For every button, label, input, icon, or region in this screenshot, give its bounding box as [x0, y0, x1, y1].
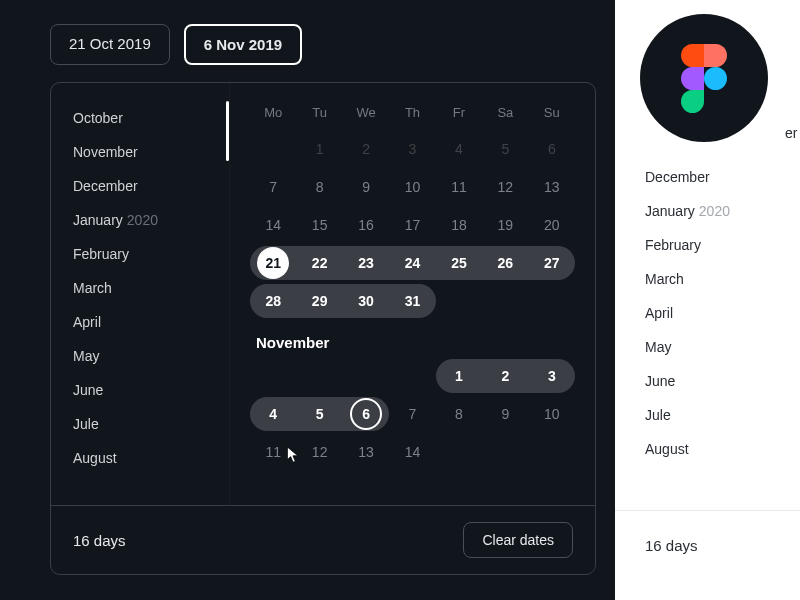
weekday-label: Su — [529, 101, 575, 124]
calendar-day[interactable]: 13 — [343, 435, 389, 469]
calendar-area: MoTuWeThFrSaSu 1234567891011121314151617… — [229, 83, 595, 505]
weekday-header: MoTuWeThFrSaSu — [250, 101, 575, 124]
light-month-item[interactable]: May — [645, 330, 730, 364]
month-list-item[interactable]: April — [73, 305, 229, 339]
month-list-item[interactable]: February — [73, 237, 229, 271]
calendar-day[interactable]: 5 — [482, 132, 528, 166]
calendar-day[interactable]: 4 — [436, 132, 482, 166]
calendar-day[interactable]: 31 — [389, 284, 435, 318]
light-theme-preview: er DecemberJanuary2020FebruaryMarchApril… — [615, 0, 800, 600]
calendar-day[interactable]: 8 — [296, 170, 342, 204]
month-list-item[interactable]: May — [73, 339, 229, 373]
weekday-label: Sa — [482, 101, 528, 124]
light-days-count: 16 days — [645, 537, 698, 554]
calendar-day[interactable]: 26 — [482, 246, 528, 280]
calendar-day[interactable]: 16 — [343, 208, 389, 242]
calendar-day[interactable]: 10 — [529, 397, 575, 431]
calendar-day[interactable]: 4 — [250, 397, 296, 431]
svg-point-0 — [704, 67, 727, 90]
calendar-day[interactable]: 9 — [343, 170, 389, 204]
light-month-item[interactable]: April — [645, 296, 730, 330]
calendar-day[interactable]: 25 — [436, 246, 482, 280]
date-picker-popover: OctoberNovemberDecemberJanuary2020Februa… — [50, 82, 596, 575]
calendar-day[interactable]: 20 — [529, 208, 575, 242]
light-month-item[interactable]: February — [645, 228, 730, 262]
calendar-day[interactable]: 17 — [389, 208, 435, 242]
light-month-item[interactable]: August — [645, 432, 730, 466]
november-grid: 1234567891011121314 — [250, 359, 575, 469]
month-list-item[interactable]: March — [73, 271, 229, 305]
clear-dates-button[interactable]: Clear dates — [463, 522, 573, 558]
weekday-label: We — [343, 101, 389, 124]
calendar-day[interactable]: 8 — [436, 397, 482, 431]
calendar-day[interactable]: 22 — [296, 246, 342, 280]
calendar-day[interactable]: 11 — [250, 435, 296, 469]
light-month-list: DecemberJanuary2020FebruaryMarchAprilMay… — [645, 160, 730, 466]
light-month-item[interactable]: December — [645, 160, 730, 194]
calendar-day[interactable]: 1 — [296, 132, 342, 166]
calendar-day[interactable]: 24 — [389, 246, 435, 280]
calendar-day[interactable]: 2 — [343, 132, 389, 166]
date-range-inputs: 21 Oct 2019 6 Nov 2019 — [0, 0, 615, 65]
calendar-day[interactable]: 14 — [250, 208, 296, 242]
calendar-day[interactable]: 6 — [529, 132, 575, 166]
calendar-day[interactable]: 15 — [296, 208, 342, 242]
month-list-item[interactable]: January2020 — [73, 203, 229, 237]
calendar-day[interactable]: 28 — [250, 284, 296, 318]
light-month-item[interactable]: January2020 — [645, 194, 730, 228]
calendar-day[interactable]: 18 — [436, 208, 482, 242]
october-grid: 1234567891011121314151617181920212223242… — [250, 132, 575, 318]
month-list-item[interactable]: December — [73, 169, 229, 203]
month-list-item[interactable]: November — [73, 135, 229, 169]
calendar-day[interactable]: 7 — [250, 170, 296, 204]
month-list-item[interactable]: Jule — [73, 407, 229, 441]
calendar-day[interactable]: 19 — [482, 208, 528, 242]
date-to-input[interactable]: 6 Nov 2019 — [184, 24, 302, 65]
weekday-label: Tu — [296, 101, 342, 124]
weekday-label: Fr — [436, 101, 482, 124]
calendar-day[interactable]: 14 — [389, 435, 435, 469]
light-list-peek: er — [785, 125, 797, 141]
calendar-day[interactable]: 12 — [296, 435, 342, 469]
figma-icon — [681, 44, 727, 113]
calendar-day[interactable]: 7 — [389, 397, 435, 431]
calendar-day[interactable]: 2 — [482, 359, 528, 393]
calendar-day[interactable]: 1 — [436, 359, 482, 393]
weekday-label: Th — [389, 101, 435, 124]
month-list-item[interactable]: October — [73, 101, 229, 135]
month-scroll-list[interactable]: OctoberNovemberDecemberJanuary2020Februa… — [51, 83, 229, 505]
figma-badge — [640, 14, 768, 142]
light-month-item[interactable]: March — [645, 262, 730, 296]
dark-theme-panel: 21 Oct 2019 6 Nov 2019 OctoberNovemberDe… — [0, 0, 615, 600]
calendar-day[interactable]: 3 — [389, 132, 435, 166]
calendar-day[interactable]: 13 — [529, 170, 575, 204]
calendar-day[interactable]: 23 — [343, 246, 389, 280]
calendar-day[interactable]: 3 — [529, 359, 575, 393]
calendar-day[interactable]: 27 — [529, 246, 575, 280]
date-from-input[interactable]: 21 Oct 2019 — [50, 24, 170, 65]
light-month-item[interactable]: Jule — [645, 398, 730, 432]
calendar-day[interactable]: 30 — [343, 284, 389, 318]
calendar-day[interactable]: 12 — [482, 170, 528, 204]
month-list-item[interactable]: August — [73, 441, 229, 475]
calendar-day[interactable]: 10 — [389, 170, 435, 204]
calendar-day[interactable]: 29 — [296, 284, 342, 318]
calendar-day[interactable]: 11 — [436, 170, 482, 204]
light-separator — [615, 510, 800, 511]
calendar-day[interactable]: 5 — [296, 397, 342, 431]
november-title: November — [250, 318, 575, 359]
calendar-day[interactable]: 21 — [250, 246, 296, 280]
weekday-label: Mo — [250, 101, 296, 124]
calendar-day[interactable]: 6 — [343, 397, 389, 431]
picker-footer: 16 days Clear dates — [51, 505, 595, 574]
month-list-item[interactable]: June — [73, 373, 229, 407]
calendar-day[interactable]: 9 — [482, 397, 528, 431]
selected-days-count: 16 days — [73, 532, 126, 549]
light-month-item[interactable]: June — [645, 364, 730, 398]
